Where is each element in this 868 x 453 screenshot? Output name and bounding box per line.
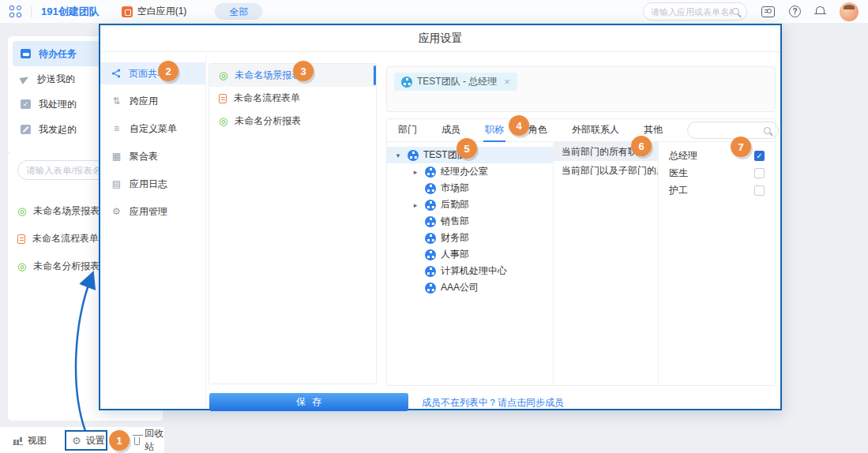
recycle-bin-button[interactable]: 回收站 [134, 427, 164, 453]
picker-search[interactable] [687, 122, 779, 139]
selected-members-box: TEST团队 - 总经理 × [386, 66, 776, 112]
topbar: 191创建团队 空白应用(1) 全部 ? [0, 0, 868, 24]
department-icon [425, 216, 436, 227]
menu-item-app-log[interactable]: ▤ 应用日志 [100, 173, 205, 195]
tree-node-logistics[interactable]: ▸ 后勤部 [387, 197, 553, 213]
checkbox-unchecked[interactable] [754, 185, 765, 196]
page-item-label: 未命名场景报表 [235, 69, 301, 82]
flow-form-icon [17, 234, 25, 244]
page-item-analysis-report[interactable]: ◎ 未命名分析报表 [209, 110, 376, 133]
tree-node-marketing[interactable]: 市场部 [387, 180, 553, 197]
bar-chart-icon [13, 436, 23, 445]
tree-node-manager-office[interactable]: ▸ 经理办公室 [387, 163, 553, 180]
menu-item-custom-menu[interactable]: ≡ 自定义菜单 [100, 118, 205, 140]
page-item-flow-form[interactable]: 未命名流程表单 [209, 87, 376, 110]
tab-job-title[interactable]: 职称 [485, 119, 504, 142]
department-icon [425, 233, 436, 244]
menu-item-aggregate-table[interactable]: ▦ 聚合表 [100, 145, 205, 167]
job-title-list: 总经理 ✓ 医生 护工 [658, 142, 775, 385]
views-label: 视图 [28, 434, 47, 447]
annotation-badge-2: 2 [158, 61, 178, 81]
menu-item-label: 跨应用 [130, 95, 158, 108]
job-title-nurse[interactable]: 护工 [659, 182, 775, 199]
global-search-input[interactable] [651, 7, 732, 17]
checkbox-checked[interactable]: ✓ [754, 151, 765, 161]
tree-node-hr[interactable]: 人事部 [387, 246, 553, 263]
menu-lines-icon: ≡ [111, 124, 122, 133]
help-icon[interactable]: ? [789, 6, 801, 17]
apps-grid-icon[interactable] [9, 6, 21, 17]
menu-item-cross-app[interactable]: ⇅ 跨应用 [100, 90, 205, 112]
team-name-link[interactable]: 191创建团队 [41, 5, 100, 19]
modal-title: 应用设置 [100, 25, 780, 52]
tree-node-label: 经理办公室 [441, 165, 488, 178]
cross-app-icon: ⇅ [111, 96, 122, 106]
task-check-icon: ✓ [21, 99, 31, 109]
invite-member-icon[interactable] [761, 6, 775, 17]
checkbox-unchecked[interactable] [754, 168, 765, 178]
tab-member[interactable]: 成员 [442, 119, 460, 142]
department-icon [425, 183, 436, 194]
chevron-down-icon[interactable]: ▾ [393, 152, 403, 159]
sync-members-link[interactable]: 成员不在列表中？请点击同步成员 [422, 396, 564, 410]
tag-close-icon[interactable]: × [504, 76, 510, 88]
picker-tab-bar: 部门 成员 职称 角色 外部联系人 其他 [387, 119, 775, 142]
annotation-badge-4: 4 [509, 115, 529, 136]
chevron-right-icon[interactable]: ▸ [411, 201, 420, 209]
department-icon [425, 200, 436, 211]
job-title-general-manager[interactable]: 总经理 ✓ [659, 147, 775, 164]
modal-pages-list: ◎ 未命名场景报表 未命名流程表单 ◎ 未命名分析报表 [209, 63, 377, 384]
app-icon [122, 6, 133, 17]
department-icon [425, 283, 436, 294]
picker-search-input[interactable] [695, 125, 764, 137]
job-title-doctor[interactable]: 医生 [659, 164, 775, 182]
analysis-report-icon: ◎ [17, 261, 26, 271]
department-icon [425, 266, 436, 277]
views-button[interactable]: 视图 [13, 427, 47, 453]
selected-tag[interactable]: TEST团队 - 总经理 × [394, 73, 517, 91]
tree-node-sales[interactable]: 销售部 [387, 213, 553, 230]
tree-node-label: 财务部 [441, 231, 469, 245]
tab-department[interactable]: 部门 [398, 119, 417, 142]
chevron-right-icon[interactable]: ▸ [411, 168, 420, 176]
form-item-label: 未命名流程表单 [32, 232, 99, 245]
page-item-label: 未命名流程表单 [234, 92, 300, 105]
department-icon [425, 249, 436, 260]
menu-item-app-manage[interactable]: ⚙ 应用管理 [100, 200, 205, 223]
scope-options: 当前部门的所有职称 当前部门以及子部门的所... [553, 142, 658, 385]
topbar-right: ? [643, 2, 859, 21]
menu-item-page-share[interactable]: 页面共享 [100, 62, 205, 84]
settings-highlight-box [65, 430, 107, 451]
page-item-scene-report[interactable]: ◎ 未命名场景报表 [209, 64, 376, 87]
job-title-label: 护工 [669, 184, 688, 197]
send-icon [20, 73, 31, 84]
tab-role[interactable]: 角色 [528, 119, 547, 142]
user-avatar[interactable] [840, 2, 859, 21]
share-icon [111, 69, 121, 78]
save-button[interactable]: 保存 [209, 393, 408, 411]
menu-item-label: 应用管理 [130, 205, 167, 219]
trash-icon [134, 437, 140, 445]
tab-external-contact[interactable]: 外部联系人 [572, 119, 619, 142]
annotation-badge-6: 6 [631, 136, 652, 156]
sidebar-item-label: 待办任务 [39, 47, 77, 61]
current-app-chip[interactable]: 空白应用(1) [122, 5, 187, 18]
app-root: 191创建团队 空白应用(1) 全部 ? 待办任务 抄送我的 ✓ [0, 0, 868, 453]
tree-node-computing-center[interactable]: 计算机处理中心 [387, 263, 553, 279]
notifications-icon[interactable] [815, 6, 825, 17]
tree-node-finance[interactable]: 财务部 [387, 230, 553, 246]
gear-icon: ⚙ [111, 207, 122, 216]
member-picker: 部门 成员 职称 角色 外部联系人 其他 ▾ TEST团队 [386, 118, 776, 386]
tree-node-label: 人事部 [441, 248, 469, 261]
global-search[interactable] [643, 2, 747, 21]
scope-current-and-sub-dept[interactable]: 当前部门以及子部门的所... [554, 161, 658, 180]
team-icon [401, 77, 412, 88]
annotation-badge-1: 1 [109, 430, 130, 451]
menu-item-label: 自定义菜单 [130, 122, 177, 136]
tree-node-aaa-company[interactable]: AAA公司 [387, 279, 553, 296]
department-tree: ▾ TEST团队 ▸ 经理办公室 市场部 ▸ [387, 142, 553, 385]
menu-item-label: 聚合表 [130, 150, 158, 163]
department-icon [425, 167, 436, 178]
topbar-divider [31, 6, 32, 17]
filter-all-pill[interactable]: 全部 [215, 3, 262, 20]
